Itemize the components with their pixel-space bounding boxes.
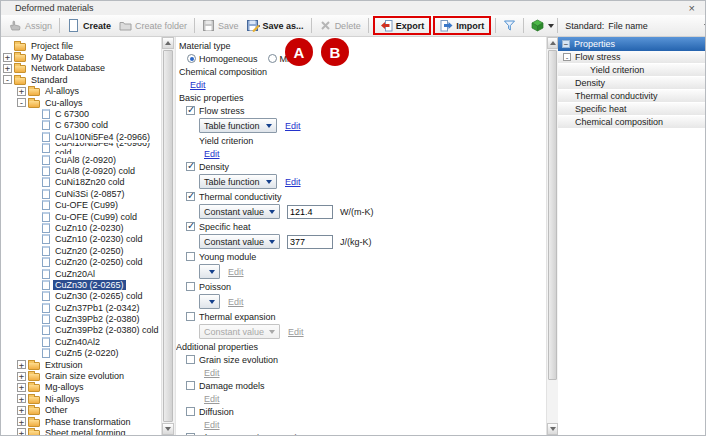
checkbox[interactable] bbox=[186, 222, 195, 231]
scroll-down-icon[interactable] bbox=[547, 423, 558, 435]
value-type-dropdown[interactable]: Table function bbox=[199, 174, 277, 189]
expand-icon[interactable]: + bbox=[3, 64, 12, 73]
tree-item-ni-alloys[interactable]: +Ni-alloys bbox=[1, 393, 161, 404]
expand-icon[interactable]: + bbox=[17, 394, 26, 403]
checkbox[interactable] bbox=[186, 106, 195, 115]
tree-scrollbar[interactable] bbox=[161, 37, 174, 435]
checkbox[interactable] bbox=[186, 312, 195, 321]
tree-item-cuzn37pb1-2-0342-[interactable]: CuZn37Pb1 (2-0342) bbox=[1, 302, 161, 313]
standard-combobox[interactable]: Standard:File name bbox=[565, 21, 706, 31]
tree-item-al-alloys[interactable]: +Al-alloys bbox=[1, 86, 161, 97]
checkbox[interactable] bbox=[186, 407, 195, 416]
close-icon[interactable]: × bbox=[689, 2, 695, 14]
tree-item-cuzn10-2-0230-cold[interactable]: CuZn10 (2-0230) cold bbox=[1, 234, 161, 245]
tree-item-c-67300-cold[interactable]: C 67300 cold bbox=[1, 120, 161, 131]
tree-item-cuni18zn20-cold[interactable]: CuNi18Zn20 cold bbox=[1, 177, 161, 188]
expand-icon[interactable]: + bbox=[17, 428, 26, 435]
import-button[interactable]: Import bbox=[436, 18, 488, 33]
value-type-dropdown[interactable] bbox=[199, 294, 220, 309]
tree-item-cual8-2-0920-[interactable]: CuAl8 (2-0920) bbox=[1, 154, 161, 165]
expand-icon[interactable]: + bbox=[3, 53, 12, 62]
property-row-thermal-conductivity[interactable]: Thermal conductivity bbox=[558, 90, 705, 103]
edit-link[interactable]: Edit bbox=[285, 121, 301, 131]
collapse-icon[interactable]: - bbox=[563, 53, 571, 61]
tree-item-cuzn10-2-0230-[interactable]: CuZn10 (2-0230) bbox=[1, 222, 161, 233]
expand-icon[interactable]: + bbox=[17, 360, 26, 369]
checkbox[interactable] bbox=[186, 192, 195, 201]
checkbox[interactable] bbox=[186, 252, 195, 261]
expand-icon[interactable]: + bbox=[17, 417, 26, 426]
property-row-chemical-composition[interactable]: Chemical composition bbox=[558, 116, 705, 129]
collapse-icon[interactable]: - bbox=[17, 98, 26, 107]
checkbox-row-density: Density bbox=[176, 160, 546, 173]
tree-item-mg-alloys[interactable]: +Mg-alloys bbox=[1, 382, 161, 393]
tree-item-cuni3si-2-0857-[interactable]: CuNi3Si (2-0857) bbox=[1, 188, 161, 199]
tree-item-cu-ofe-cu99-cold[interactable]: Cu-OFE (Cu99) cold bbox=[1, 211, 161, 222]
checkbox[interactable] bbox=[186, 381, 195, 390]
expand-icon[interactable]: + bbox=[17, 87, 26, 96]
value-type-dropdown[interactable]: Constant value bbox=[199, 234, 280, 249]
tree-item-cual10ni5fe4-2-0966-cold[interactable]: CuAl10Ni5Fe4 (2-0966) cold bbox=[1, 143, 161, 154]
tree-item-network-database[interactable]: +Network Database bbox=[1, 63, 161, 74]
tree-item-grain-size-evolution[interactable]: +Grain size evolution bbox=[1, 370, 161, 381]
edit-link[interactable]: Edit bbox=[285, 177, 301, 187]
property-row-specific-heat[interactable]: Specific heat bbox=[558, 103, 705, 116]
scroll-down-icon[interactable] bbox=[162, 423, 174, 435]
tree-item-other[interactable]: +Other bbox=[1, 405, 161, 416]
tree-item-cuzn20-2-0250-cold[interactable]: CuZn20 (2-0250) cold bbox=[1, 256, 161, 267]
material-db-icon[interactable] bbox=[531, 19, 544, 32]
tree-item-cual10ni5fe4-2-0966-[interactable]: CuAl10Ni5Fe4 (2-0966) bbox=[1, 131, 161, 142]
value-type-dropdown[interactable]: Table function bbox=[199, 118, 277, 133]
tree-item-c-67300[interactable]: C 67300 bbox=[1, 108, 161, 119]
value-input[interactable] bbox=[287, 235, 333, 249]
tree-item-cu-alloys[interactable]: -Cu-alloys bbox=[1, 97, 161, 108]
property-row-density[interactable]: Density bbox=[558, 77, 705, 90]
form-scrollbar-thumb[interactable] bbox=[548, 50, 557, 380]
collapse-icon[interactable]: − bbox=[562, 40, 570, 48]
tree-item-cuzn39pb2-2-0380-[interactable]: CuZn39Pb2 (2-0380) bbox=[1, 313, 161, 324]
save-as-button[interactable]: Save as... bbox=[243, 18, 308, 33]
value-type-dropdown[interactable] bbox=[199, 264, 220, 279]
tree-item-extrusion[interactable]: +Extrusion bbox=[1, 359, 161, 370]
scroll-up-icon[interactable] bbox=[547, 37, 558, 49]
radio-mixture[interactable] bbox=[268, 54, 277, 63]
tree-item-phase-transformation[interactable]: +Phase transformation bbox=[1, 416, 161, 427]
tree-item-cu-ofe-cu99-[interactable]: Cu-OFE (Cu99) bbox=[1, 199, 161, 210]
chevron-down-icon[interactable] bbox=[548, 24, 554, 28]
value-type-dropdown[interactable]: Constant value bbox=[199, 204, 280, 219]
property-row-yield-criterion[interactable]: Yield criterion bbox=[558, 64, 705, 77]
tree-item-cuzn5-2-0220-[interactable]: CuZn5 (2-0220) bbox=[1, 348, 161, 359]
tree-item-cuzn40al2[interactable]: CuZn40Al2 bbox=[1, 336, 161, 347]
expand-icon[interactable]: + bbox=[17, 406, 26, 415]
edit-link[interactable]: Edit bbox=[190, 80, 206, 90]
checkbox[interactable] bbox=[186, 433, 195, 435]
property-row-flow-stress[interactable]: -Flow stress bbox=[558, 51, 705, 64]
properties-panel-header[interactable]: − Properties bbox=[558, 37, 705, 51]
checkbox[interactable] bbox=[186, 282, 195, 291]
checkbox[interactable] bbox=[186, 162, 195, 171]
tree-item-cuzn20al[interactable]: CuZn20Al bbox=[1, 268, 161, 279]
tree-item-project-file[interactable]: Project file bbox=[1, 40, 161, 51]
radio-homogeneous[interactable] bbox=[187, 54, 196, 63]
export-button[interactable]: Export bbox=[376, 18, 429, 33]
tree-item-cuzn20-2-0250-[interactable]: CuZn20 (2-0250) bbox=[1, 245, 161, 256]
expand-icon[interactable]: + bbox=[17, 383, 26, 392]
checkbox[interactable] bbox=[186, 355, 195, 364]
tree-item-cuzn30-2-0265-cold[interactable]: CuZn30 (2-0265) cold bbox=[1, 291, 161, 302]
tree-item-cual8-2-0920-cold[interactable]: CuAl8 (2-0920) cold bbox=[1, 165, 161, 176]
tree-scrollbar-thumb[interactable] bbox=[163, 50, 173, 422]
tree-item-sheet-metal-forming[interactable]: +Sheet metal forming bbox=[1, 427, 161, 435]
scroll-up-icon[interactable] bbox=[162, 37, 174, 49]
create-button[interactable]: Create bbox=[63, 18, 115, 33]
value-input[interactable] bbox=[287, 205, 333, 219]
form-scrollbar[interactable] bbox=[546, 37, 558, 435]
edit-link[interactable]: Edit bbox=[204, 149, 220, 159]
save-as-icon bbox=[247, 19, 260, 32]
collapse-icon[interactable]: - bbox=[3, 75, 12, 84]
tree-item-my-database[interactable]: +My Database bbox=[1, 51, 161, 62]
tree-item-standard[interactable]: -Standard bbox=[1, 74, 161, 85]
expand-icon[interactable]: + bbox=[17, 372, 26, 381]
tree-item-cuzn30-2-0265-[interactable]: CuZn30 (2-0265) bbox=[1, 279, 161, 290]
filter-icon[interactable] bbox=[503, 19, 516, 32]
tree-item-cuzn39pb2-2-0380-cold[interactable]: CuZn39Pb2 (2-0380) cold bbox=[1, 325, 161, 336]
